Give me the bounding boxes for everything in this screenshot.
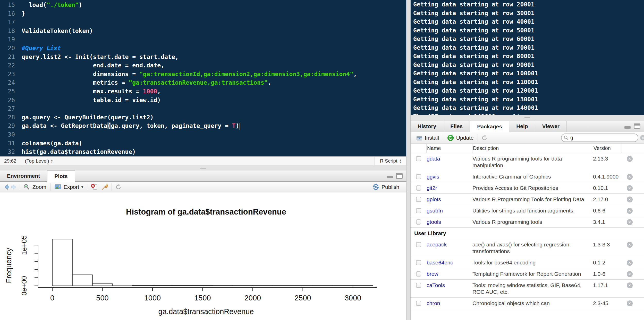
console-line: Getting data starting at row 30001 [413,9,644,18]
update-button[interactable]: Update [445,133,476,143]
install-button[interactable]: Install [414,134,441,142]
line-number: 15 [0,1,22,10]
package-version: 0.10.1 [593,185,622,191]
package-row: brewTemplating Framework for Report Gene… [411,268,644,280]
forward-arrow-icon[interactable] [10,183,18,191]
package-name-link[interactable]: brew [427,271,438,277]
console-line: Getting data starting at row 70001 [413,43,644,52]
scope-selector[interactable]: (Top Level) ▴▾ [21,157,56,165]
code-line: 15 load("./token") [0,1,406,10]
horizontal-pane-divider-right[interactable] [411,115,644,121]
remove-package-icon[interactable]: × [627,197,633,202]
package-name-link[interactable]: chron [427,300,440,306]
publish-button[interactable]: Publish [370,183,402,191]
tab-packages[interactable]: Packages [470,121,509,132]
tab-help[interactable]: Help [509,121,535,132]
remove-package-icon[interactable]: × [627,174,633,180]
package-name-link[interactable]: acepack [427,242,447,247]
zoom-plot-button[interactable]: Zoom [21,182,49,192]
text-cursor [240,123,240,130]
tab-viewer[interactable]: Viewer [535,121,567,132]
console-pane[interactable]: Getting data starting at row 20001Gettin… [411,0,644,115]
package-description: ace() and avas() for selecting regressio… [472,241,593,255]
package-checkbox[interactable] [416,208,421,213]
package-checkbox[interactable] [416,301,421,306]
package-description: Interactive Grammar of Graphics [472,173,593,180]
back-arrow-icon[interactable] [3,183,10,191]
maximize-pane-icon[interactable] [396,173,403,179]
refresh-plot-icon[interactable] [113,183,124,191]
remove-package-icon[interactable]: × [627,300,633,306]
remove-package-icon[interactable]: × [627,282,633,288]
code-editor[interactable]: 15 load("./token")16}1718ValidateToken(t… [0,0,406,156]
minimize-pane-icon[interactable] [387,176,393,178]
line-number: 26 [0,96,22,105]
remove-package-icon[interactable]: × [627,185,633,191]
svg-text:Histogram of ga.data$transacti: Histogram of ga.data$transactionRevenue [126,207,286,216]
package-checkbox[interactable] [416,260,421,265]
column-header-description[interactable]: Description [472,144,593,153]
code-text: end.date = end.date, [22,61,164,70]
package-checkbox[interactable] [416,271,421,277]
package-row: gsubfnUtilities for strings and function… [411,205,644,216]
console-line: Getting data starting at row 100001 [413,69,644,78]
remove-package-icon[interactable]: × [627,260,633,266]
code-line: 19 [0,35,406,44]
tab-files[interactable]: Files [443,121,470,132]
line-number: 30 [0,130,22,139]
code-text: table.id = view.id) [22,96,161,105]
tab-history[interactable]: History [411,121,443,132]
svg-text:ga.data$transactionRevenue: ga.data$transactionRevenue [158,307,254,316]
minimize-pane-icon[interactable] [624,126,631,129]
column-header-name[interactable]: Name [427,144,472,153]
package-name-link[interactable]: git2r [427,185,437,191]
package-checkbox[interactable] [416,197,421,202]
column-header-version[interactable]: Version [593,144,622,153]
package-checkbox[interactable] [416,185,421,191]
code-line: 17 [0,18,406,27]
line-number: 27 [0,104,22,113]
package-name-link[interactable]: gplots [427,196,441,202]
scope-label: (Top Level) [25,158,49,164]
package-name-link[interactable]: ggvis [427,174,439,180]
package-name-link[interactable]: caTools [427,282,445,288]
package-checkbox[interactable] [416,174,421,179]
package-name-link[interactable]: gsubfn [427,208,443,214]
vertical-pane-divider[interactable] [406,0,411,320]
clear-all-plots-broom-icon[interactable] [100,183,110,191]
clear-search-icon[interactable]: × [640,135,644,140]
package-checkbox[interactable] [416,283,421,288]
tab-environment[interactable]: Environment [0,171,47,181]
remove-package-icon[interactable]: × [627,271,633,277]
export-plot-button[interactable]: Export ▾ [52,183,86,191]
package-description: Utilities for strings and function argum… [472,207,593,214]
package-checkbox[interactable] [416,219,421,225]
package-search-box[interactable]: × [561,134,638,142]
maximize-pane-icon[interactable] [634,123,640,129]
packages-table-body: gdataVarious R programming tools for dat… [411,153,644,309]
package-version: 2.17.0 [593,196,622,203]
package-checkbox[interactable] [416,242,421,247]
package-name-link[interactable]: gtools [427,219,441,225]
line-number: 19 [0,35,22,44]
remove-package-icon[interactable]: × [627,242,633,248]
code-line: 27 [0,104,406,113]
package-search-input[interactable] [570,135,639,141]
code-line: 24 metrics = "ga:transactionRevenue,ga:t… [0,78,406,87]
package-checkbox[interactable] [416,156,421,161]
code-text: max.results = 1000, [22,87,161,96]
remove-package-icon[interactable]: × [627,156,633,162]
refresh-packages-icon[interactable] [479,134,490,141]
svg-text:2000: 2000 [244,294,261,302]
remove-plot-icon[interactable] [89,183,100,191]
package-name-link[interactable]: base64enc [427,260,453,265]
file-type-selector[interactable]: R Script ▴▾ [375,157,406,165]
tab-plots[interactable]: Plots [47,171,75,182]
package-name-link[interactable]: gdata [427,156,440,162]
remove-package-icon[interactable]: × [627,219,633,225]
remove-package-icon[interactable]: × [627,208,633,214]
divider-grip-icon [200,167,206,169]
packages-pane: History Files Packages Help Viewer Insta… [411,121,644,320]
package-version: 0.1-2 [593,259,622,266]
horizontal-pane-divider-left[interactable] [0,165,406,171]
